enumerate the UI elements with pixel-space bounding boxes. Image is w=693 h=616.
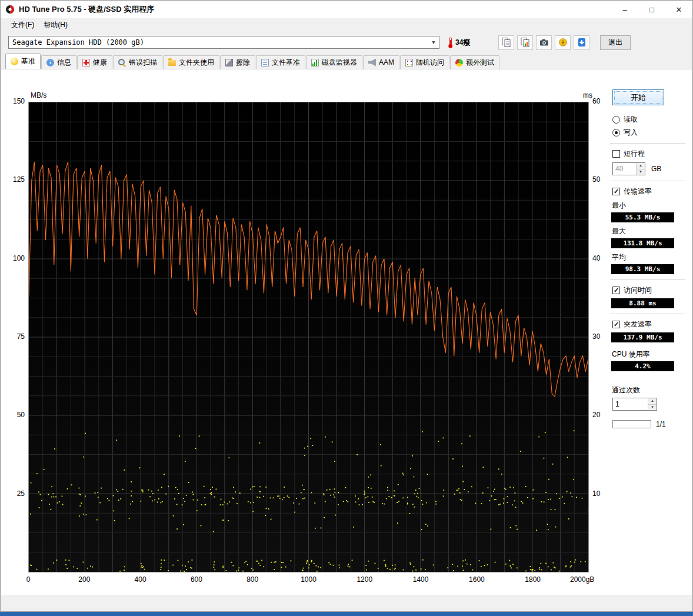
menu-file[interactable]: 文件(F): [6, 19, 39, 31]
tab-label: 额外测试: [466, 58, 494, 68]
tab-label: 文件夹使用: [179, 58, 214, 68]
speaker-icon: [368, 59, 376, 66]
access-time-value: 8.88 ms: [611, 298, 674, 308]
tab-random-access[interactable]: 随机访问: [400, 55, 449, 69]
magnifier-icon: [118, 59, 126, 66]
copy-text-button[interactable]: [498, 35, 514, 50]
exit-button[interactable]: 退出: [600, 35, 631, 50]
axis-tick: 25: [4, 490, 25, 498]
divider: [610, 314, 685, 314]
tab-folder-usage[interactable]: 文件夹使用: [163, 55, 219, 69]
axis-tick: 200: [75, 575, 94, 584]
short-stroke-spinner[interactable]: 40 ▲ ▼: [612, 162, 645, 175]
device-select-value: Seagate Expansion HDD (2000 gB): [12, 38, 144, 46]
tab-erase[interactable]: 擦除: [220, 55, 255, 69]
burst-rate-checkbox[interactable]: ✓: [612, 321, 620, 328]
axis-tick: 600: [187, 575, 206, 584]
benchmark-page: MB/s ms 15012510075502560504030201002004…: [1, 69, 692, 595]
chevron-down-icon: ▼: [428, 39, 439, 45]
axis-tick: 2000gB: [570, 575, 608, 584]
save-button[interactable]: [574, 35, 589, 50]
access-time-option[interactable]: ✓ 访问时间: [612, 285, 685, 295]
tab-label: 文件基准: [272, 58, 300, 68]
axis-tick: 1400: [411, 575, 430, 584]
avg-value: 98.3 MB/s: [611, 264, 674, 274]
camera-icon: [539, 37, 549, 48]
tab-aam[interactable]: AAM: [363, 55, 399, 69]
taskbar-edge: [0, 612, 693, 616]
info-icon: i: [46, 59, 54, 66]
chart-plot-area: [28, 102, 589, 572]
access-time-label: 访问时间: [624, 285, 652, 295]
axis-tick: 20: [592, 411, 610, 419]
tab-info[interactable]: i信息: [41, 55, 76, 69]
gb-label: GB: [651, 165, 661, 173]
app-window: HD Tune Pro 5.75 - 硬盘/SSD 实用程序 – □ ✕ 文件(…: [0, 0, 693, 612]
spin-down-icon[interactable]: ▼: [648, 405, 657, 411]
axis-tick: 150: [4, 97, 25, 105]
chart-canvas: [29, 102, 588, 572]
short-stroke-option[interactable]: 短行程: [612, 149, 685, 159]
thermometer-icon: [447, 36, 454, 49]
axis-tick: 125: [4, 175, 25, 184]
maximize-button[interactable]: □: [638, 1, 665, 18]
toolbar-buttons: [498, 35, 589, 50]
transfer-rate-checkbox[interactable]: ✓: [612, 188, 620, 195]
screenshot-button[interactable]: [536, 35, 552, 50]
copy-image-button[interactable]: [517, 35, 533, 50]
tab-label: 错误扫描: [129, 58, 157, 68]
axis-tick: 75: [4, 332, 25, 341]
side-panel: 开始 读取 写入 短行程 40 ▲ ▼: [610, 86, 685, 428]
temperature-value: 34癈: [455, 38, 470, 48]
tab-label: 磁盘监视器: [322, 58, 357, 68]
tab-file-benchmark[interactable]: 文件基准: [256, 55, 305, 69]
spin-up-icon[interactable]: ▲: [637, 163, 645, 169]
burst-rate-value: 137.9 MB/s: [611, 332, 674, 342]
access-time-checkbox[interactable]: ✓: [612, 287, 620, 294]
device-select[interactable]: Seagate Expansion HDD (2000 gB) ▼: [8, 36, 439, 49]
read-radio[interactable]: [612, 116, 620, 124]
tab-label: 随机访问: [416, 58, 444, 68]
tab-benchmark[interactable]: 基准: [5, 54, 41, 69]
gauge-icon: [455, 59, 463, 66]
tab-error-scan[interactable]: 错误扫描: [113, 55, 162, 69]
write-option[interactable]: 写入: [612, 128, 685, 138]
donate-button[interactable]: [555, 35, 571, 50]
start-button[interactable]: 开始: [612, 89, 664, 105]
y-right-axis-unit: ms: [583, 91, 592, 99]
tab-label: 信息: [57, 58, 71, 68]
transfer-rate-option[interactable]: ✓ 传输速率: [612, 187, 685, 197]
pass-count-spinner[interactable]: 1 ▲ ▼: [612, 398, 657, 411]
axis-tick: 50: [4, 411, 25, 419]
spin-down-icon[interactable]: ▼: [637, 169, 645, 175]
axis-tick: 50: [592, 175, 610, 184]
file-icon: [261, 59, 269, 66]
tab-extra-tests[interactable]: 额外测试: [450, 55, 499, 69]
burst-rate-option[interactable]: ✓ 突发速率: [612, 319, 685, 329]
minimize-button[interactable]: –: [611, 1, 638, 18]
short-stroke-value: 40: [613, 163, 636, 175]
axis-tick: 100: [4, 254, 25, 262]
burst-rate-label: 突发速率: [624, 319, 652, 329]
menu-help[interactable]: 帮助(H): [39, 19, 72, 31]
axis-tick: 400: [131, 575, 150, 584]
read-label: 读取: [624, 115, 638, 125]
max-value: 131.8 MB/s: [611, 238, 674, 248]
short-stroke-label: 短行程: [624, 149, 645, 159]
axis-tick: 0: [19, 575, 38, 584]
spin-up-icon[interactable]: ▲: [648, 398, 657, 405]
save-icon: [577, 37, 587, 48]
progress-bar: [612, 420, 651, 428]
toolbar: Seagate Expansion HDD (2000 gB) ▼ 34癈: [1, 31, 692, 54]
avg-label: 平均: [612, 252, 685, 262]
tab-disk-monitor[interactable]: 磁盘监视器: [306, 55, 362, 69]
min-label: 最小: [612, 201, 685, 211]
y-left-axis-unit: MB/s: [31, 91, 46, 99]
tab-health[interactable]: 健康: [77, 55, 112, 69]
write-radio[interactable]: [612, 129, 620, 136]
tabstrip: 基准 i信息 健康 错误扫描 文件夹使用 擦除 文件基准 磁盘监视器 AAM 随…: [1, 54, 692, 69]
read-option[interactable]: 读取: [612, 115, 685, 125]
divider: [610, 143, 685, 144]
close-button[interactable]: ✕: [665, 1, 692, 18]
short-stroke-checkbox[interactable]: [612, 150, 620, 158]
